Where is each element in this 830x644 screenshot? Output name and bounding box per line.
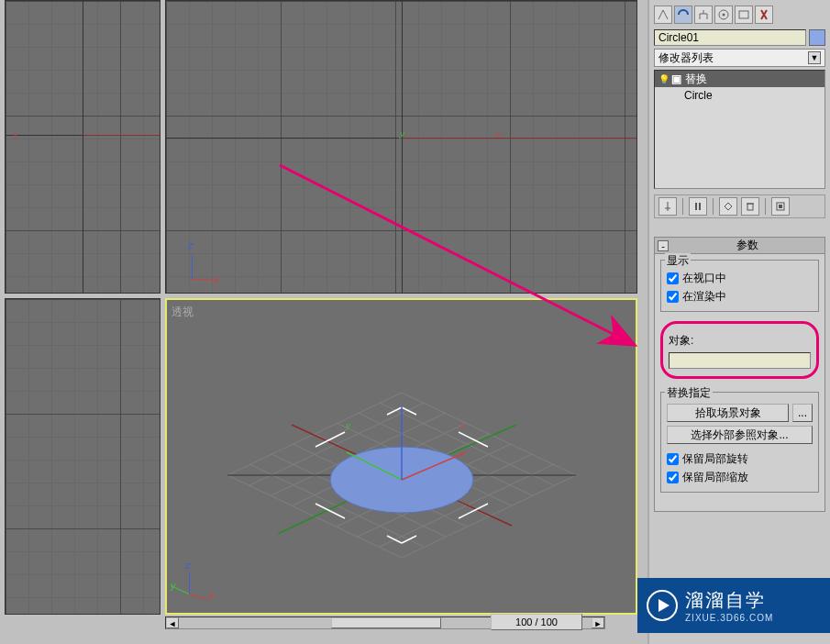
viewport-top-left[interactable]: x <box>5 0 160 294</box>
configure-sets-icon[interactable] <box>771 197 790 216</box>
keep-local-rotation-checkbox[interactable]: 保留局部旋转 <box>667 451 813 467</box>
group-title: 显示 <box>665 253 691 269</box>
make-unique-icon[interactable] <box>719 197 737 216</box>
parameters-rollout: - 参数 显示 在视口中 在渲染中 对象: 替换指定 拾取场景对象 . <box>654 237 825 512</box>
gizmo-z: z <box>188 239 194 250</box>
button-label: 选择外部参照对象... <box>691 427 788 443</box>
pick-scene-object-button[interactable]: 拾取场景对象 <box>667 404 789 422</box>
command-panel: 修改器列表 ▼ 💡 ▣ 替换 Circle <box>647 0 830 644</box>
collapse-icon[interactable]: - <box>658 240 669 251</box>
modifier-list-dropdown[interactable]: 修改器列表 ▼ <box>654 49 825 67</box>
checkbox-label: 在视口中 <box>682 271 726 286</box>
stack-toolbar <box>654 194 825 218</box>
stack-item-circle[interactable]: Circle <box>655 87 824 104</box>
utilities-tab-icon[interactable] <box>755 6 773 24</box>
play-icon <box>647 590 678 621</box>
persp-gizmo-z: z <box>185 560 191 571</box>
checkbox-label: 在渲染中 <box>682 289 726 305</box>
axis-y-label: y <box>400 128 404 139</box>
expand-icon[interactable]: ▣ <box>671 72 681 85</box>
pin-stack-icon[interactable] <box>658 197 677 216</box>
motion-tab-icon[interactable] <box>714 6 733 24</box>
watermark-url: ZIXUE.3D66.COM <box>685 613 773 623</box>
viewport-perspective[interactable]: 透视 <box>165 298 637 615</box>
svg-rect-34 <box>779 205 782 208</box>
modifier-list-label: 修改器列表 <box>658 50 714 66</box>
checkbox-label: 保留局部缩放 <box>682 470 748 485</box>
display-tab-icon[interactable] <box>735 6 753 24</box>
select-xref-object-button[interactable]: 选择外部参照对象... <box>667 426 813 444</box>
watermark-badge: 溜溜自学 ZIXUE.3D66.COM <box>637 578 830 633</box>
group-title: 替换指定 <box>665 385 713 401</box>
stack-item-substitute[interactable]: 💡 ▣ 替换 <box>655 71 824 87</box>
object-name-field[interactable] <box>669 352 811 369</box>
persp-x: x <box>460 419 465 430</box>
watermark-title: 溜溜自学 <box>685 588 773 613</box>
axis-x-label-2: x <box>496 128 501 139</box>
object-group-highlighted: 对象: <box>660 321 819 379</box>
checkbox-label: 保留局部旋转 <box>682 451 748 467</box>
object-label: 对象: <box>669 334 693 347</box>
time-slider-thumb[interactable]: 100 / 100 <box>491 615 592 631</box>
button-label: 拾取场景对象 <box>695 405 761 421</box>
show-end-result-icon[interactable] <box>689 197 707 216</box>
display-group: 显示 在视口中 在渲染中 <box>660 260 819 312</box>
scroll-thumb[interactable] <box>331 617 441 628</box>
persp-gizmo-y: y <box>171 580 176 591</box>
scroll-left-arrow[interactable]: ◄ <box>166 617 179 628</box>
persp-gizmo-x: x <box>209 589 215 600</box>
substitute-assign-group: 替换指定 拾取场景对象 ... 选择外部参照对象... 保留局部旋转 保留局部缩… <box>660 392 819 493</box>
stack-item-label: Circle <box>684 89 713 102</box>
svg-rect-32 <box>747 204 753 210</box>
in-viewport-checkbox[interactable]: 在视口中 <box>667 271 813 286</box>
viewport-area: x y x z x 透视 <box>0 0 642 626</box>
modifier-stack[interactable]: 💡 ▣ 替换 Circle <box>654 70 825 189</box>
remove-modifier-icon[interactable] <box>741 197 759 216</box>
keep-local-scale-checkbox[interactable]: 保留局部缩放 <box>667 470 813 485</box>
viewport-top-right[interactable]: y x z x <box>165 0 637 294</box>
rollout-title: 参数 <box>672 238 822 253</box>
pick-ellipsis-button[interactable]: ... <box>792 404 813 422</box>
rollout-header[interactable]: - 参数 <box>655 238 824 254</box>
persp-y: y <box>346 419 350 430</box>
visibility-icon[interactable]: 💡 <box>658 74 668 83</box>
modify-tab-icon[interactable] <box>674 6 692 24</box>
viewport-label: 透视 <box>172 305 194 320</box>
axis-x-label: x <box>13 129 17 140</box>
object-color-swatch[interactable] <box>809 29 825 46</box>
viewport-bottom-left[interactable] <box>5 298 160 615</box>
scroll-right-arrow[interactable]: ► <box>592 617 604 628</box>
svg-point-30 <box>723 14 725 17</box>
in-render-checkbox[interactable]: 在渲染中 <box>667 289 813 305</box>
create-tab-icon[interactable] <box>654 6 672 24</box>
gizmo-x: x <box>214 274 219 285</box>
stack-item-label: 替换 <box>685 72 707 87</box>
svg-rect-31 <box>739 11 748 18</box>
command-panel-tabs <box>654 4 825 29</box>
object-name-input[interactable] <box>654 29 806 46</box>
hierarchy-tab-icon[interactable] <box>694 6 713 24</box>
perspective-grid <box>191 338 613 576</box>
dropdown-arrow-icon: ▼ <box>808 51 821 64</box>
